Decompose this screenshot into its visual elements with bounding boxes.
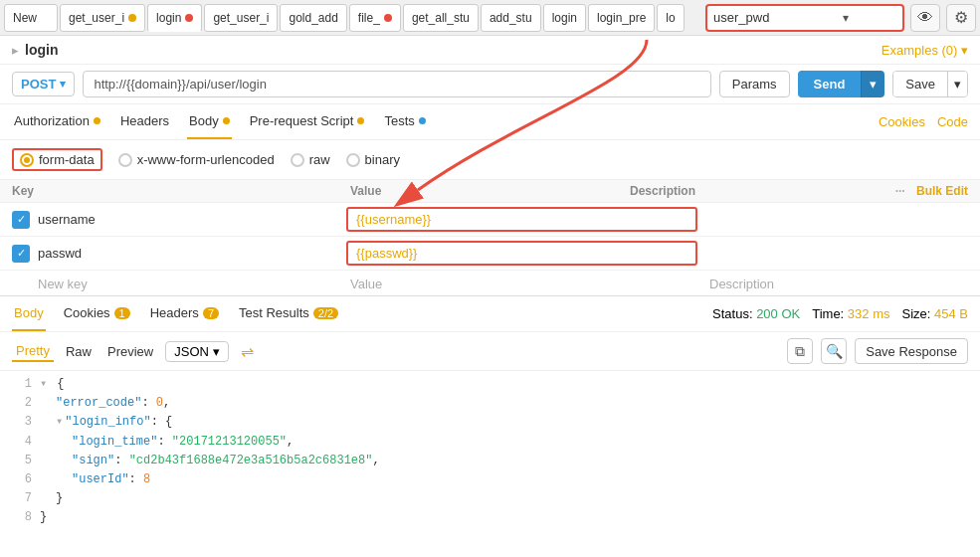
time-label: Time: 332 ms xyxy=(812,306,889,321)
tab-login[interactable]: login xyxy=(147,4,202,32)
sub-nav-pre-request[interactable]: Pre-request Script xyxy=(248,104,367,139)
chevron-down-icon: ▾ xyxy=(213,344,220,359)
url-input[interactable] xyxy=(83,71,710,97)
json-line-8: 8 } xyxy=(12,508,968,527)
json-line-3: 3 ▾"login_info": { xyxy=(12,413,968,432)
checkbox-passwd[interactable]: ✓ xyxy=(12,245,30,263)
response-tab-cookies[interactable]: Cookies 1 xyxy=(62,296,132,331)
sub-nav-authorization[interactable]: Authorization xyxy=(12,104,102,139)
sub-nav-body[interactable]: Body xyxy=(187,104,232,139)
status-label: Status: 200 OK xyxy=(712,306,800,321)
tab-get-user-i1[interactable]: get_user_i xyxy=(60,4,145,32)
tab-label: gold_add xyxy=(289,11,337,25)
chevron-down-icon[interactable]: ▾ xyxy=(843,11,849,25)
response-tab-headers[interactable]: Headers 7 xyxy=(148,296,221,331)
format-tab-raw[interactable]: Raw xyxy=(62,342,96,361)
tab-gold-add[interactable]: gold_add xyxy=(280,4,346,32)
json-line-4: 4 "login_time": "20171213120055", xyxy=(12,433,968,452)
kv-new-value[interactable]: Value xyxy=(350,277,709,291)
radio-inner xyxy=(24,157,30,163)
format-tab-preview[interactable]: Preview xyxy=(103,342,157,361)
cookies-link[interactable]: Cookies xyxy=(879,114,925,129)
cookies-badge: 1 xyxy=(114,307,130,319)
kv-row-passwd: ✓ passwd {{passwd}} xyxy=(0,237,980,271)
tab-file[interactable]: file_ xyxy=(349,4,401,32)
sub-nav-tests[interactable]: Tests xyxy=(382,104,427,139)
radio-urlencoded[interactable]: x-www-form-urlencoded xyxy=(118,152,275,167)
kv-header-key: Key xyxy=(12,184,350,198)
request-name-bar: ▸ login Examples (0) ▾ xyxy=(0,36,980,65)
radio-label: raw xyxy=(309,152,330,167)
tab-lo[interactable]: lo xyxy=(657,4,684,32)
response-status: Status: 200 OK Time: 332 ms Size: 454 B xyxy=(712,306,968,321)
response-tab-bar: Body Cookies 1 Headers 7 Test Results 2/… xyxy=(0,296,980,332)
json-line-2: 2 "error_code": 0, xyxy=(12,394,968,413)
tab-label: Body xyxy=(14,305,44,320)
params-button[interactable]: Params xyxy=(719,71,790,97)
url-bar: POST ▾ Params Send ▾ Save ▾ xyxy=(0,65,980,104)
method-select[interactable]: POST ▾ xyxy=(12,72,75,96)
tab-label: lo xyxy=(666,11,675,25)
sub-nav-dot xyxy=(94,117,100,124)
kv-value-passwd[interactable]: {{passwd}} xyxy=(346,241,697,266)
format-type-select[interactable]: JSON ▾ xyxy=(165,341,229,362)
response-tab-body[interactable]: Body xyxy=(12,296,46,331)
sub-nav-dot xyxy=(357,117,364,124)
save-button-group: Save ▾ xyxy=(892,71,968,97)
tab-new-label: New xyxy=(13,11,37,25)
tab-get-user-i2[interactable]: get_user_i xyxy=(204,4,278,32)
size-label: Size: 454 B xyxy=(902,306,969,321)
search-icon[interactable]: 🔍 xyxy=(821,338,847,364)
chevron-down-icon: ▾ xyxy=(60,78,66,91)
radio-form-data[interactable]: form-data xyxy=(12,148,102,171)
save-button[interactable]: Save xyxy=(893,72,947,96)
wrap-icon[interactable]: ⇌ xyxy=(241,342,254,361)
kv-key-passwd[interactable]: passwd xyxy=(38,246,346,261)
kv-header-desc: Description xyxy=(630,184,888,198)
method-label: POST xyxy=(21,77,56,92)
kv-value-username[interactable]: {{username}} xyxy=(346,207,697,232)
radio-binary[interactable]: binary xyxy=(346,152,400,167)
examples-button[interactable]: Examples (0) ▾ xyxy=(882,43,968,58)
tab-new[interactable]: New xyxy=(4,4,58,32)
bulk-edit-button[interactable]: Bulk Edit xyxy=(916,184,968,198)
status-ok: 200 OK xyxy=(756,306,800,321)
tab-bar: New get_user_i login get_user_i gold_add… xyxy=(0,0,980,36)
checkbox-username[interactable]: ✓ xyxy=(12,211,30,229)
response-tab-test-results[interactable]: Test Results 2/2 xyxy=(237,296,340,331)
tab-label: get_user_i xyxy=(69,11,124,25)
kv-key-username[interactable]: username xyxy=(38,212,346,227)
radio-raw[interactable]: raw xyxy=(291,152,330,167)
tab-get-all-stu[interactable]: get_all_stu xyxy=(403,4,479,32)
tab-login2[interactable]: login xyxy=(543,4,586,32)
radio-label: binary xyxy=(365,152,400,167)
tab-search-input[interactable] xyxy=(713,10,843,25)
copy-icon[interactable]: ⧉ xyxy=(787,338,813,364)
bulk-edit-icon: ··· xyxy=(895,184,905,198)
save-response-button[interactable]: Save Response xyxy=(855,338,968,364)
kv-new-key[interactable]: New key xyxy=(12,277,350,291)
sub-nav-label: Headers xyxy=(120,113,169,128)
send-dropdown-button[interactable]: ▾ xyxy=(861,71,884,97)
tab-add-stu[interactable]: add_stu xyxy=(481,4,541,32)
send-button[interactable]: Send xyxy=(798,71,862,97)
tab-label: Test Results xyxy=(239,305,309,320)
tab-login-pre[interactable]: login_pre xyxy=(588,4,655,32)
tab-label: login_pre xyxy=(597,11,646,25)
request-name: login xyxy=(25,42,58,58)
tab-label: get_all_stu xyxy=(412,11,470,25)
eye-icon[interactable]: 👁 xyxy=(910,4,940,32)
settings-icon[interactable]: ⚙ xyxy=(946,4,976,32)
test-results-badge: 2/2 xyxy=(313,307,338,319)
kv-new-desc[interactable]: Description xyxy=(709,277,968,291)
format-tab-pretty[interactable]: Pretty xyxy=(12,341,54,362)
sub-nav-headers[interactable]: Headers xyxy=(118,104,171,139)
radio-circle xyxy=(118,153,132,167)
tab-search-area: ▾ 👁 ⚙ xyxy=(705,4,976,32)
format-bar: Pretty Raw Preview JSON ▾ ⇌ ⧉ 🔍 Save Res… xyxy=(0,332,980,371)
save-dropdown-button[interactable]: ▾ xyxy=(947,72,967,96)
json-line-6: 6 "userId": 8 xyxy=(12,470,968,489)
send-button-group: Send ▾ xyxy=(798,71,885,97)
sub-nav-label: Pre-request Script xyxy=(250,113,354,128)
code-link[interactable]: Code xyxy=(937,114,968,129)
